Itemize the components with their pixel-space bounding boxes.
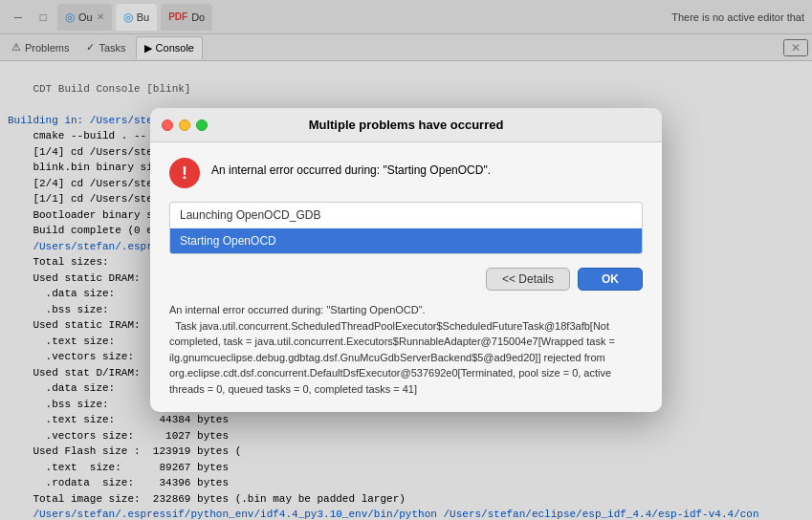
error-header-message: An internal error occurred during: "Star… bbox=[211, 158, 491, 177]
error-list: Launching OpenOCD_GDB Starting OpenOCD bbox=[169, 202, 643, 254]
error-list-item-starting-label: Starting OpenOCD bbox=[180, 234, 276, 248]
traffic-lights bbox=[162, 119, 208, 131]
modal-body: ! An internal error occurred during: "St… bbox=[150, 142, 662, 412]
minimize-traffic-light[interactable] bbox=[179, 119, 190, 131]
error-detail-text: An internal error occurred during: "Star… bbox=[169, 302, 643, 397]
modal-button-row: << Details OK bbox=[169, 268, 643, 291]
close-traffic-light[interactable] bbox=[162, 119, 173, 131]
modal-overlay: Multiple problems have occurred ! An int… bbox=[0, 0, 812, 520]
ok-button[interactable]: OK bbox=[578, 268, 643, 291]
error-list-item-launching[interactable]: Launching OpenOCD_GDB bbox=[170, 203, 642, 228]
modal-error-header: ! An internal error occurred during: "St… bbox=[169, 158, 643, 188]
modal-title: Multiple problems have occurred bbox=[309, 118, 504, 132]
error-list-item-launching-label: Launching OpenOCD_GDB bbox=[180, 208, 320, 222]
details-button[interactable]: << Details bbox=[486, 268, 570, 291]
error-list-item-starting[interactable]: Starting OpenOCD bbox=[170, 228, 642, 253]
modal-dialog: Multiple problems have occurred ! An int… bbox=[150, 108, 662, 412]
error-icon: ! bbox=[169, 158, 200, 188]
maximize-traffic-light[interactable] bbox=[196, 119, 208, 131]
modal-title-bar: Multiple problems have occurred bbox=[150, 108, 662, 142]
